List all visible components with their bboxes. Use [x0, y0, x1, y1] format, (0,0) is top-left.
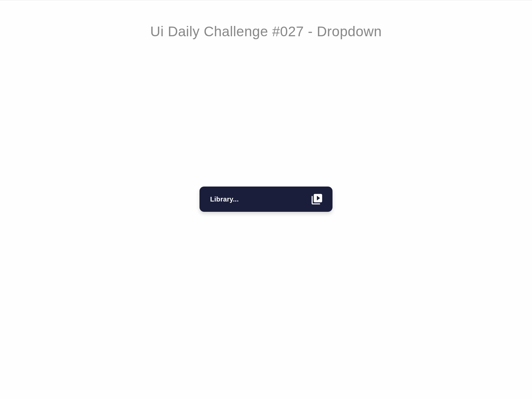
- video-library-icon: [311, 193, 323, 205]
- page-title: Ui Daily Challenge #027 - Dropdown: [0, 24, 532, 40]
- library-dropdown-button[interactable]: Library...: [200, 187, 332, 212]
- dropdown-container: Library...: [200, 187, 332, 212]
- dropdown-label: Library...: [210, 196, 239, 203]
